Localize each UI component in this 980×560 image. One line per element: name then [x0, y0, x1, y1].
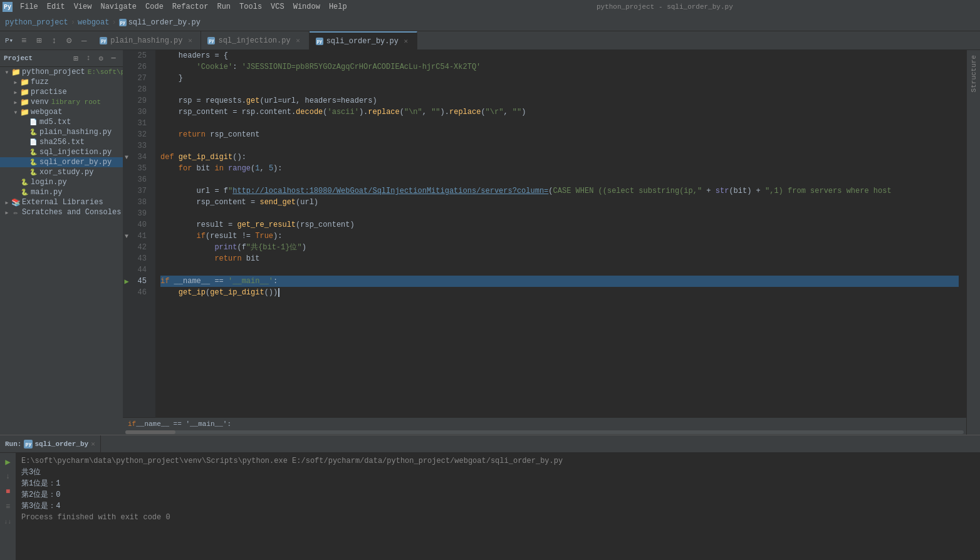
- menu-vcs[interactable]: VCS: [267, 0, 288, 14]
- run-output-line-1: 共3位: [21, 467, 975, 478]
- line-num-38: 38: [130, 197, 150, 208]
- tab-plain-hashing[interactable]: py plain_hashing.py ✕: [93, 31, 201, 49]
- project-tree-body[interactable]: ▼ 📁 python_project E:\soft\p ▶ 📁 fuzz ▶ …: [0, 67, 123, 435]
- tab-sqli-order-by[interactable]: py sqli_order_by.py ✕: [310, 31, 417, 49]
- tree-item-plain-hashing[interactable]: ▶ 🐍 plain_hashing.py: [0, 127, 123, 137]
- structure-label[interactable]: Structure: [970, 55, 977, 92]
- bp-27[interactable]: [123, 73, 130, 84]
- bp-37[interactable]: [123, 185, 130, 197]
- bp-46[interactable]: [123, 287, 130, 298]
- bp-45[interactable]: ▶: [123, 276, 130, 287]
- code-area[interactable]: headers = { 'Cookie': 'JSESSIONID=pb8R5Y…: [155, 50, 959, 417]
- label-scratches: Scratches and Consoles: [22, 208, 121, 217]
- project-selector[interactable]: P▾: [3, 34, 16, 48]
- bp-35[interactable]: [123, 163, 130, 174]
- code-line-29: rsp = requests.get(url=url, headers=head…: [160, 95, 959, 106]
- breadcrumb-project[interactable]: python_project: [5, 18, 68, 27]
- hscroll[interactable]: [123, 430, 966, 435]
- bp-41[interactable]: ▼: [123, 231, 130, 242]
- menu-bar: Py File Edit View Navigate Code Refactor…: [0, 0, 980, 14]
- minimize-icon[interactable]: —: [77, 34, 91, 48]
- tree-icon-2[interactable]: ↕: [83, 53, 94, 64]
- label-main: main.py: [31, 188, 62, 197]
- run-tab-close[interactable]: ✕: [91, 440, 95, 448]
- menu-run[interactable]: Run: [213, 0, 234, 14]
- bp-39[interactable]: [123, 208, 130, 219]
- tab-sql-injection[interactable]: py sql_injection.py ✕: [201, 31, 309, 49]
- tree-item-python-project[interactable]: ▼ 📁 python_project E:\soft\p: [0, 67, 123, 77]
- tree-item-webgoat[interactable]: ▼ 📁 webgoat: [0, 107, 123, 117]
- run-stop-button[interactable]: ■: [2, 485, 14, 498]
- run-tab-file[interactable]: sqli_order_by: [34, 440, 88, 448]
- tab-close-sqli-order-by[interactable]: ✕: [402, 37, 410, 46]
- tree-item-main[interactable]: ▶ 🐍 main.py: [0, 187, 123, 197]
- cursor: [278, 288, 279, 297]
- bp-30[interactable]: [123, 106, 130, 118]
- toolbar-btn-3[interactable]: ↕: [47, 34, 61, 48]
- tree-item-sql-injection[interactable]: ▶ 🐍 sql_injection.py: [0, 147, 123, 157]
- bp-36[interactable]: [123, 174, 130, 185]
- menu-view[interactable]: View: [70, 0, 96, 14]
- hscroll-track[interactable]: [125, 430, 964, 434]
- tree-item-login[interactable]: ▶ 🐍 login.py: [0, 177, 123, 187]
- tree-item-practise[interactable]: ▶ 📁 practise: [0, 87, 123, 97]
- tree-item-md5[interactable]: ▶ 📄 md5.txt: [0, 117, 123, 127]
- code-line-40: result = get_re_result(rsp_content): [160, 219, 959, 231]
- menu-window[interactable]: Window: [289, 0, 324, 14]
- bp-34[interactable]: ▼: [123, 152, 130, 163]
- bp-29[interactable]: [123, 95, 130, 106]
- tab-icon-sqli-order-by: py: [316, 38, 323, 45]
- run-output-line-3: 第2位是：0: [21, 489, 975, 500]
- tree-item-sqli-order-by[interactable]: ▶ 🐍 sqli_order_by.py: [0, 157, 123, 167]
- tree-item-scratches[interactable]: ▶ ✏️ Scratches and Consoles: [0, 207, 123, 217]
- tree-item-sha256[interactable]: ▶ 📄 sha256.txt: [0, 137, 123, 147]
- tree-item-venv[interactable]: ▶ 📁 venv library root: [0, 97, 123, 107]
- bp-33[interactable]: [123, 140, 130, 152]
- menu-edit[interactable]: Edit: [43, 0, 69, 14]
- tree-item-xor-study[interactable]: ▶ 🐍 xor_study.py: [0, 167, 123, 177]
- settings-gear-icon[interactable]: ⚙: [95, 53, 107, 64]
- tab-close-sql-injection[interactable]: ✕: [294, 36, 303, 45]
- run-rerun-button[interactable]: ↓: [2, 470, 14, 483]
- bp-25[interactable]: [123, 50, 130, 61]
- menu-refactor[interactable]: Refactor: [169, 0, 212, 14]
- bp-28[interactable]: [123, 84, 130, 95]
- menu-navigate[interactable]: Navigate: [96, 0, 140, 14]
- run-finished-line: Process finished with exit code 0: [21, 512, 975, 523]
- menu-help[interactable]: Help: [325, 0, 351, 14]
- bp-42[interactable]: [123, 242, 130, 253]
- bp-31[interactable]: [123, 118, 130, 129]
- run-scroll-end-button[interactable]: ↓↓: [2, 516, 14, 528]
- tab-close-plain-hashing[interactable]: ✕: [185, 36, 194, 45]
- breadcrumb-folder[interactable]: webgoat: [78, 18, 109, 27]
- tree-icon-1[interactable]: ⊞: [70, 53, 81, 64]
- line-num-42: 42: [130, 242, 150, 253]
- bp-38[interactable]: [123, 197, 130, 208]
- run-play-button[interactable]: ▶: [2, 455, 14, 468]
- run-tab-label: Run: py sqli_order_by ✕: [0, 435, 101, 452]
- menu-code[interactable]: Code: [142, 0, 167, 14]
- tree-item-external-libraries[interactable]: ▶ 📚 External Libraries: [0, 197, 123, 207]
- tree-item-fuzz[interactable]: ▶ 📁 fuzz: [0, 77, 123, 87]
- label-webgoat: webgoat: [31, 108, 62, 117]
- run-arrow-45[interactable]: ▶: [124, 277, 128, 286]
- bp-32[interactable]: [123, 129, 130, 140]
- line-num-27: 27: [130, 73, 150, 84]
- bp-40[interactable]: [123, 219, 130, 231]
- menu-tools[interactable]: Tools: [236, 0, 266, 14]
- toolbar-btn-2[interactable]: ⊞: [32, 34, 46, 48]
- hscroll-thumb[interactable]: [125, 430, 175, 434]
- tree-icon-close[interactable]: —: [108, 53, 119, 64]
- fold-34[interactable]: ▼: [125, 154, 128, 161]
- toolbar-btn-1[interactable]: ≡: [17, 34, 31, 48]
- menu-file[interactable]: File: [16, 0, 42, 14]
- bp-43[interactable]: [123, 253, 130, 264]
- bp-44[interactable]: [123, 264, 130, 276]
- line-num-36: 36: [130, 174, 150, 185]
- settings-icon[interactable]: ⚙: [62, 34, 76, 48]
- bp-26[interactable]: [123, 61, 130, 73]
- editor-body[interactable]: ▼ ▼ ▶ 25 26 27 28 29: [123, 50, 966, 417]
- run-output[interactable]: E:\soft\pycharm\data\python_project\venv…: [16, 453, 980, 560]
- run-pin-button[interactable]: ≡: [2, 500, 14, 513]
- fold-41[interactable]: ▼: [125, 233, 128, 240]
